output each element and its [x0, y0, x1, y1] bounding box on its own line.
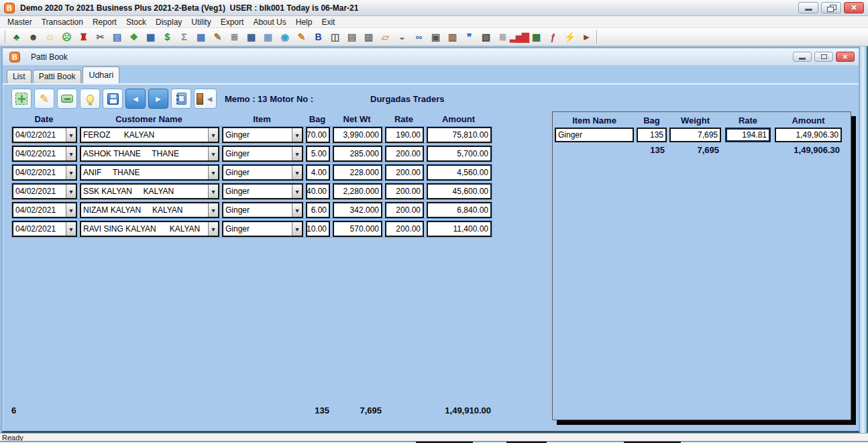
dropdown-arrow-icon[interactable] — [66, 203, 76, 217]
bag-field[interactable]: 6.00 — [306, 202, 330, 218]
database-clock-icon[interactable]: ◒ — [393, 30, 410, 44]
hint-button[interactable] — [80, 89, 100, 109]
child-maximize-button[interactable] — [814, 52, 833, 62]
dropdown-arrow-icon[interactable] — [66, 166, 76, 179]
book-x-icon[interactable]: ▧ — [477, 30, 494, 44]
database-copy-icon[interactable]: ≣ — [225, 30, 242, 44]
date-combobox[interactable]: 04/02/2021 — [12, 202, 77, 218]
rate-field[interactable]: 200.00 — [385, 164, 424, 181]
eraser-icon[interactable]: ▱ — [376, 30, 393, 44]
next-button[interactable]: ► — [148, 89, 168, 109]
bar-chart-icon[interactable]: ▂▅▇ — [510, 30, 527, 44]
item-name-field[interactable]: Ginger — [555, 128, 634, 142]
mask-icon[interactable]: ♜ — [74, 30, 91, 44]
rate-field[interactable]: 200.00 — [385, 202, 424, 218]
grid-icon[interactable]: ▦ — [242, 30, 259, 44]
menu-about-us[interactable]: About Us — [248, 16, 290, 28]
page-12-icon[interactable]: ▥ — [360, 30, 376, 44]
tab-patti-book[interactable]: Patti Book — [33, 70, 82, 83]
edit-button[interactable] — [34, 89, 54, 109]
bag-field[interactable]: 4.00 — [306, 164, 330, 181]
table-window-icon[interactable]: ▦ — [142, 30, 158, 44]
menu-utility[interactable]: Utility — [186, 16, 215, 28]
previous-button[interactable]: ◄ — [125, 89, 146, 109]
ruler-pencil-icon[interactable]: ✎ — [209, 30, 225, 44]
dropdown-arrow-icon[interactable] — [292, 203, 302, 217]
cd-truck-icon[interactable]: ◉ — [276, 30, 292, 44]
menu-display[interactable]: Display — [151, 16, 186, 28]
dropdown-arrow-icon[interactable] — [208, 203, 218, 217]
dropdown-arrow-icon[interactable] — [66, 222, 76, 236]
remove-button[interactable] — [57, 89, 77, 109]
formula-icon[interactable]: Σ — [175, 30, 192, 44]
amount-field[interactable]: 4,560.00 — [427, 164, 492, 181]
item-combobox[interactable]: Ginger — [222, 183, 303, 199]
save-button[interactable] — [103, 89, 123, 109]
rate-field[interactable]: 200.00 — [385, 146, 424, 162]
bold-icon[interactable]: B — [309, 30, 326, 44]
bag-field[interactable]: 10.00 — [306, 221, 330, 237]
bag-field[interactable]: 135 — [637, 128, 667, 142]
customer-combobox[interactable]: ANIF THANE — [80, 164, 219, 181]
running-man-icon[interactable]: ⚡ — [561, 30, 578, 44]
date-combobox[interactable]: 04/02/2021 — [12, 221, 77, 237]
child-minimize-button[interactable] — [793, 52, 812, 62]
date-combobox[interactable]: 04/02/2021 — [12, 183, 77, 199]
palm-tree-icon[interactable]: ♣ — [7, 30, 24, 44]
item-combobox[interactable]: Ginger — [222, 146, 303, 162]
tab-list[interactable]: List — [7, 70, 32, 83]
bag-field[interactable]: 5.00 — [306, 146, 330, 162]
amount-field[interactable]: 6,840.00 — [427, 202, 492, 218]
dropdown-arrow-icon[interactable] — [66, 128, 76, 142]
net-wt-field[interactable]: 228.000 — [333, 164, 382, 181]
dropdown-arrow-icon[interactable] — [292, 166, 302, 179]
amount-field[interactable]: 75,810.00 — [427, 127, 492, 143]
comment-icon[interactable]: ❞ — [460, 30, 477, 44]
net-wt-field[interactable]: 285.000 — [333, 146, 382, 162]
page-number-icon[interactable]: ▣ — [427, 30, 443, 44]
menu-help[interactable]: Help — [291, 16, 317, 28]
happy-face-icon[interactable]: ☺ — [41, 30, 58, 44]
amount-field[interactable]: 1,49,906.30 — [775, 128, 842, 142]
open-book-icon[interactable]: ◫ — [326, 30, 343, 44]
money-bag-icon[interactable]: $ — [158, 30, 175, 44]
restore-button[interactable] — [821, 2, 841, 13]
dropdown-arrow-icon[interactable] — [66, 147, 76, 160]
function-icon[interactable]: ƒ — [544, 30, 561, 44]
dropdown-arrow-icon[interactable] — [292, 222, 302, 236]
dropdown-arrow-icon[interactable] — [292, 128, 302, 142]
grid-alt-icon[interactable]: ▦ — [259, 30, 276, 44]
calendar-icon[interactable]: ▦ — [192, 30, 209, 44]
menu-exit[interactable]: Exit — [317, 16, 339, 28]
dropdown-arrow-icon[interactable] — [208, 222, 218, 236]
server-copy-icon[interactable]: ≣ — [494, 30, 510, 44]
memo-edit-icon[interactable]: ✎ — [292, 30, 309, 44]
close-button[interactable] — [844, 2, 864, 13]
dropdown-arrow-icon[interactable] — [208, 147, 218, 160]
dropdown-arrow-icon[interactable] — [292, 147, 302, 160]
rate-field[interactable]: 200.00 — [385, 183, 424, 199]
page-one-icon[interactable]: ▤ — [343, 30, 360, 44]
net-wt-field[interactable]: 570.000 — [333, 221, 382, 237]
form-edit-icon[interactable]: ▤ — [108, 30, 125, 44]
ledger-button[interactable] — [171, 89, 191, 109]
net-wt-field[interactable]: 2,280.000 — [333, 183, 382, 199]
menu-export[interactable]: Export — [216, 16, 249, 28]
menu-master[interactable]: Master — [3, 16, 37, 28]
dropdown-arrow-icon[interactable] — [66, 185, 76, 198]
person-hat-icon[interactable]: ☻ — [24, 30, 41, 44]
tab-udhari[interactable]: Udhari — [83, 66, 119, 83]
customer-combobox[interactable]: FEROZ KALYAN — [80, 127, 219, 143]
exit-door-icon[interactable]: ► — [578, 30, 594, 44]
exit-button[interactable]: ◄ — [194, 89, 217, 109]
amount-field[interactable]: 45,600.00 — [427, 183, 492, 199]
rate-field[interactable]: 190.00 — [385, 127, 424, 143]
nodes-add-icon[interactable]: ❖ — [125, 30, 142, 44]
rate-field[interactable]: 200.00 — [385, 221, 424, 237]
item-combobox[interactable]: Ginger — [222, 202, 303, 218]
customer-combobox[interactable]: ASHOK THANE THANE — [80, 146, 219, 162]
child-close-button[interactable] — [836, 52, 855, 62]
date-combobox[interactable]: 04/02/2021 — [12, 127, 77, 143]
glasses-icon[interactable]: ∞ — [410, 30, 427, 44]
net-wt-field[interactable]: 342.000 — [333, 202, 382, 218]
